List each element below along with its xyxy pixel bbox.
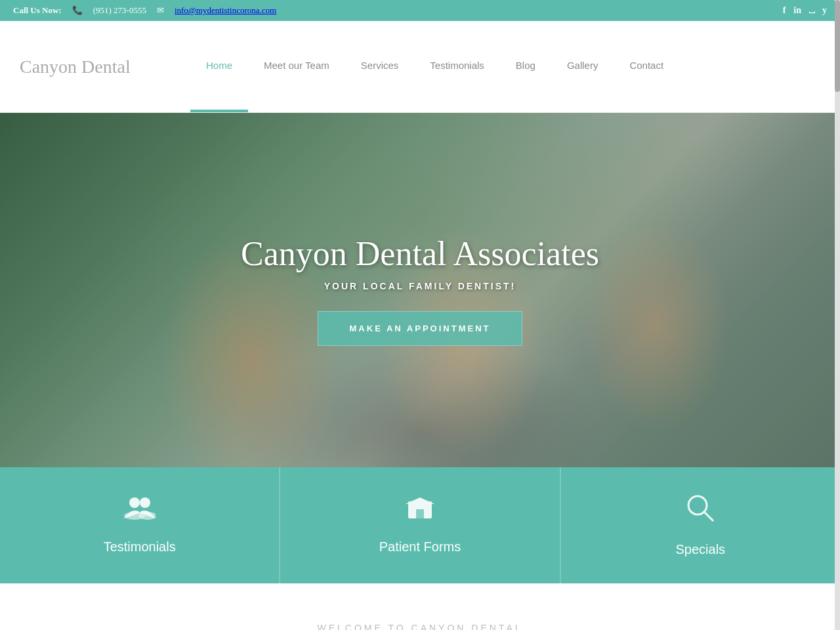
phone-number[interactable]: (951) 273-0555 [93, 5, 146, 16]
specials-label: Specials [676, 542, 726, 557]
testimonials-icon [124, 494, 156, 526]
scrollbar[interactable] [835, 0, 840, 630]
facebook-link[interactable]: f [783, 5, 786, 16]
specials-icon [686, 494, 715, 529]
svg-point-1 [140, 497, 150, 508]
specials-feature[interactable]: Specials [561, 467, 840, 583]
hero-content: Canyon Dental Associates YOUR LOCAL FAMI… [241, 234, 599, 346]
patient-forms-feature[interactable]: Patient Forms [280, 467, 560, 583]
patient-forms-label: Patient Forms [379, 539, 461, 555]
nav-meet-our-team[interactable]: Meet our Team [248, 21, 345, 112]
topbar: Call Us Now: 📞 (951) 273-0555 ✉ info@myd… [0, 0, 840, 21]
welcome-subtitle: WELCOME TO CANYON DENTAL [26, 623, 814, 630]
hero-section: Canyon Dental Associates YOUR LOCAL FAMI… [0, 113, 840, 467]
nav-home[interactable]: Home [190, 21, 248, 112]
social-links: f in ⎵ y [783, 5, 827, 16]
main-nav: Home Meet our Team Services Testimonials… [190, 21, 820, 112]
yelp-link[interactable]: y [822, 5, 827, 16]
testimonials-feature[interactable]: Testimonials [0, 467, 280, 583]
hero-title: Canyon Dental Associates [241, 234, 599, 273]
welcome-section: WELCOME TO CANYON DENTAL Canyon Dental, … [0, 583, 840, 630]
header: Canyon Dental Home Meet our Team Service… [0, 21, 840, 113]
nav-blog[interactable]: Blog [500, 21, 551, 112]
nav-testimonials[interactable]: Testimonials [414, 21, 500, 112]
svg-line-7 [704, 512, 713, 521]
testimonials-label: Testimonials [104, 539, 176, 555]
patient-forms-icon [406, 494, 434, 526]
svg-rect-5 [416, 509, 424, 518]
svg-point-6 [688, 496, 707, 514]
phone-icon: 📞 [72, 5, 83, 16]
nav-contact[interactable]: Contact [614, 21, 679, 112]
nav-gallery[interactable]: Gallery [551, 21, 614, 112]
email-icon: ✉ [157, 5, 164, 16]
logo[interactable]: Canyon Dental [20, 56, 190, 77]
make-appointment-button[interactable]: MAKE AN APPOINTMENT [318, 311, 523, 346]
call-label: Call Us Now: [13, 5, 62, 16]
hero-subtitle: YOUR LOCAL FAMILY DENTIST! [241, 281, 599, 291]
nav-services[interactable]: Services [345, 21, 415, 112]
topbar-contact: Call Us Now: 📞 (951) 273-0555 ✉ info@myd… [13, 5, 276, 16]
email-link[interactable]: info@mydentistincorona.com [175, 5, 276, 16]
svg-point-0 [129, 497, 140, 508]
feature-boxes: Testimonials Patient Forms Specials [0, 467, 840, 583]
linkedin-link[interactable]: in [793, 5, 801, 16]
rss-link[interactable]: ⎵ [809, 5, 814, 16]
scrollbar-thumb[interactable] [835, 0, 840, 92]
